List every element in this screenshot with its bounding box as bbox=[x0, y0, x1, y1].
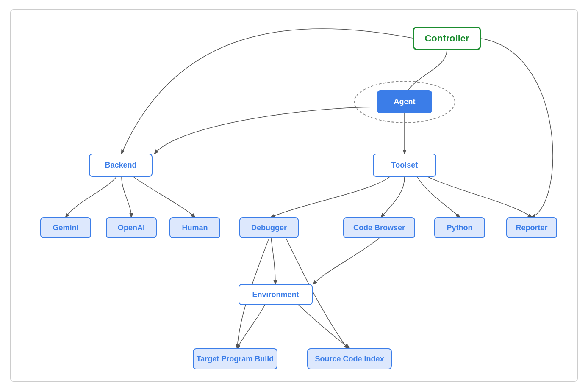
environment-node: Environment bbox=[239, 284, 313, 305]
controller-label: Controller bbox=[424, 33, 469, 44]
human-label: Human bbox=[182, 223, 208, 232]
human-node: Human bbox=[169, 217, 220, 238]
agent-label: Agent bbox=[394, 97, 416, 106]
arrows-svg bbox=[11, 10, 577, 381]
controller-node: Controller bbox=[413, 27, 481, 50]
targetbuild-node: Target Program Build bbox=[193, 348, 277, 369]
diagram-container: Controller Agent Backend Toolset Gemini … bbox=[10, 9, 578, 382]
openai-label: OpenAI bbox=[118, 223, 145, 232]
gemini-node: Gemini bbox=[40, 217, 91, 238]
reporter-label: Reporter bbox=[516, 223, 547, 232]
python-label: Python bbox=[447, 223, 473, 232]
python-node: Python bbox=[434, 217, 485, 238]
environment-label: Environment bbox=[252, 290, 299, 299]
codebrowser-label: Code Browser bbox=[353, 223, 405, 232]
toolset-label: Toolset bbox=[391, 161, 418, 170]
targetbuild-label: Target Program Build bbox=[197, 355, 274, 363]
gemini-label: Gemini bbox=[53, 223, 78, 232]
sourcecode-label: Source Code Index bbox=[315, 355, 384, 363]
sourcecode-node: Source Code Index bbox=[307, 348, 392, 369]
debugger-node: Debugger bbox=[239, 217, 299, 238]
reporter-node: Reporter bbox=[506, 217, 557, 238]
agent-node: Agent bbox=[377, 90, 432, 113]
backend-node: Backend bbox=[89, 154, 153, 177]
toolset-node: Toolset bbox=[373, 154, 436, 177]
backend-label: Backend bbox=[105, 161, 136, 170]
debugger-label: Debugger bbox=[251, 223, 287, 232]
codebrowser-node: Code Browser bbox=[343, 217, 415, 238]
openai-node: OpenAI bbox=[106, 217, 157, 238]
